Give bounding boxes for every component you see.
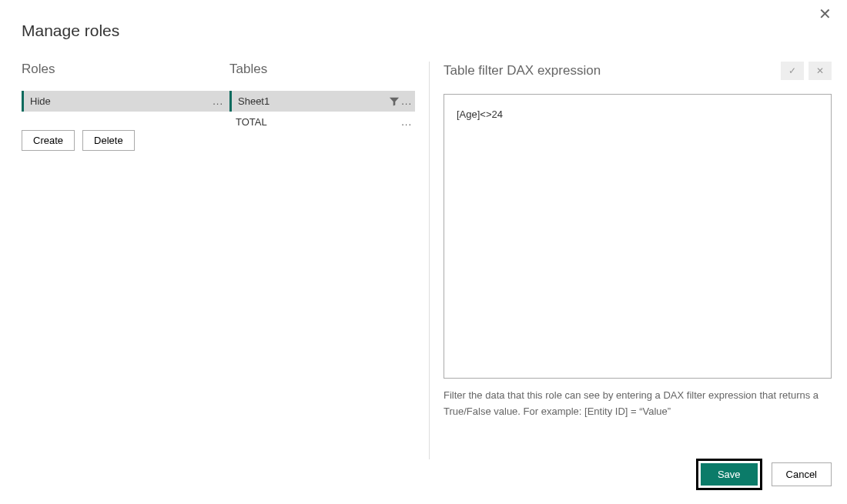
ellipsis-icon[interactable]: ...: [401, 116, 412, 128]
roles-header: Roles: [22, 62, 229, 77]
tables-header: Tables: [229, 62, 415, 77]
verify-expression-button[interactable]: ✓: [781, 62, 804, 80]
dax-hint: Filter the data that this role can see b…: [444, 388, 832, 420]
roles-list: Hide ...: [22, 91, 229, 112]
revert-expression-button[interactable]: ✕: [808, 62, 832, 80]
tables-panel: Tables Sheet1 ... TOTAL ...: [229, 62, 430, 459]
delete-role-button[interactable]: Delete: [82, 130, 135, 151]
role-item-hide[interactable]: Hide ...: [22, 91, 229, 112]
close-icon[interactable]: ✕: [819, 6, 832, 22]
roles-panel: Roles Hide ... Create Delete: [22, 62, 229, 459]
ellipsis-icon[interactable]: ...: [401, 95, 412, 107]
save-highlight: Save: [696, 459, 762, 490]
role-item-label: Hide: [30, 95, 51, 107]
tables-list: Sheet1 ... TOTAL ...: [229, 91, 415, 132]
page-title: Manage roles: [0, 0, 847, 40]
filter-icon: [389, 96, 400, 107]
dax-panel: Table filter DAX expression ✓ ✕ [Age]<>2…: [444, 62, 832, 459]
x-icon: ✕: [816, 65, 824, 76]
table-item-sheet1[interactable]: Sheet1 ...: [229, 91, 415, 112]
dax-expression-editor[interactable]: [Age]<>24: [444, 94, 832, 379]
save-button[interactable]: Save: [701, 463, 758, 486]
table-item-total[interactable]: TOTAL ...: [229, 112, 415, 132]
table-item-label: Sheet1: [238, 95, 270, 107]
table-item-label: TOTAL: [236, 116, 267, 128]
cancel-button[interactable]: Cancel: [772, 462, 832, 486]
ellipsis-icon[interactable]: ...: [213, 95, 223, 107]
dax-expression-text: [Age]<>24: [457, 108, 503, 120]
create-role-button[interactable]: Create: [22, 130, 75, 151]
check-icon: ✓: [788, 65, 796, 76]
dax-header: Table filter DAX expression: [444, 63, 601, 78]
